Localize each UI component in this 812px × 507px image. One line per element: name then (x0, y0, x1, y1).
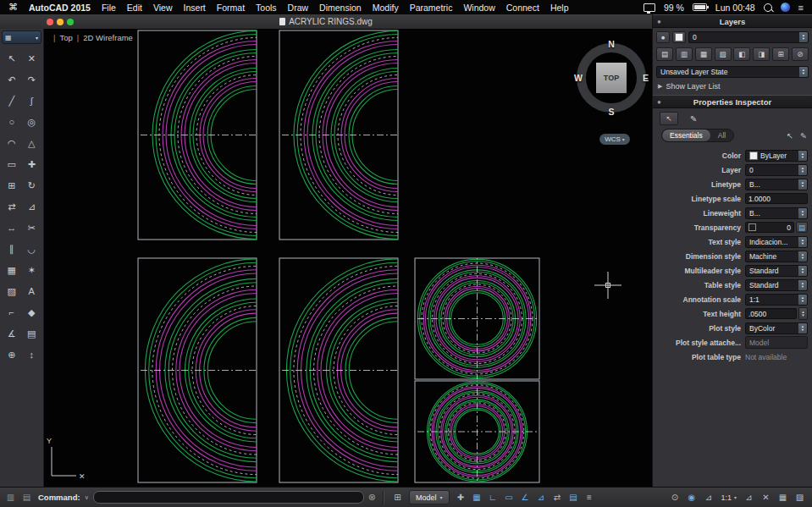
transparency-input[interactable]: 0 (745, 222, 794, 233)
tool-array-icon[interactable]: ▦ (3, 263, 20, 277)
eyedropper-icon[interactable]: ✎ (690, 114, 697, 124)
transparency-layer-button[interactable]: ▤ (796, 222, 808, 233)
tool-explode-icon[interactable]: ✶ (23, 263, 40, 277)
spotlight-search-icon[interactable] (764, 3, 772, 12)
tool-block-icon[interactable]: ◆ (23, 306, 40, 319)
tool-ellipse-icon[interactable]: ◎ (23, 115, 40, 129)
apple-menu-icon[interactable]: ⌘ (8, 2, 18, 13)
collapse-icon[interactable]: ● (657, 18, 661, 25)
menubar-clock[interactable]: Lun 00:48 (715, 3, 755, 13)
layer-status-icon[interactable]: ● (656, 31, 670, 43)
viewcube-top-face[interactable]: TOP (596, 63, 627, 93)
menu-item-parametric[interactable]: Parametric (410, 3, 453, 13)
annotation-monitor-icon[interactable]: ◉ (684, 491, 699, 504)
quick-select-icon[interactable]: ↖ (787, 131, 793, 141)
tool-zoom-icon[interactable]: ⊕ (3, 348, 20, 361)
viewport-view-control[interactable]: Top (59, 33, 72, 42)
lock-layer-icon[interactable]: ◨ (753, 47, 770, 61)
workspace-grid-icon[interactable]: ▦ (776, 491, 790, 504)
polar-tracking-icon[interactable]: ∠ (518, 491, 533, 504)
tool-fillet-icon[interactable]: ◡ (23, 242, 40, 256)
ortho-mode-icon[interactable]: ∟ (486, 491, 500, 504)
menu-item-format[interactable]: Format (217, 3, 245, 13)
tool-select-icon[interactable]: ↖ (3, 52, 20, 65)
menu-item-file[interactable]: File (102, 3, 116, 13)
menu-item-modify[interactable]: Modify (373, 3, 399, 13)
properties-inspector-header[interactable]: ● Properties Inspector (653, 95, 812, 108)
tool-rotate-icon[interactable]: ↻ (23, 179, 40, 192)
osnap-tracking-icon[interactable]: ⊿ (534, 491, 549, 504)
dynamic-ucs-icon[interactable]: ⇄ (550, 491, 565, 504)
tool-measure-icon[interactable]: ∡ (3, 327, 20, 340)
layer-color-swatch-button[interactable] (672, 31, 686, 43)
notification-center-icon[interactable]: ≡ (798, 3, 804, 13)
tool-arc-icon[interactable]: ◠ (3, 136, 20, 150)
tool-spline-icon[interactable]: ∫ (23, 94, 40, 107)
menu-item-connect[interactable]: Connect (506, 3, 539, 13)
color-dropdown[interactable]: ByLayer▴▾ (745, 150, 808, 162)
layer-properties-icon[interactable]: ▧ (715, 47, 732, 61)
pan-gesture-icon[interactable]: ✚ (454, 491, 468, 504)
battery-icon[interactable] (693, 3, 707, 11)
viewcube-south[interactable]: S (608, 107, 614, 117)
dynamic-input-icon[interactable]: ▤ (566, 491, 581, 504)
tool-hatch-icon[interactable]: ▨ (3, 284, 20, 298)
tool-trim-icon[interactable]: ✂ (23, 221, 40, 234)
show-layer-list[interactable]: ▶ Show Layer List (658, 82, 807, 91)
tab-all[interactable]: All (710, 130, 733, 141)
viewcube-east[interactable]: E (643, 73, 649, 83)
annotation-scale-value[interactable]: 1:1▾ (718, 493, 739, 502)
clear-command-icon[interactable]: ⊗ (368, 492, 376, 503)
object-snap-icon[interactable]: ▭ (502, 491, 516, 504)
tool-offset-icon[interactable]: ∥ (3, 242, 20, 256)
lineweight-display-icon[interactable]: ≡ (583, 491, 597, 504)
table-style-dropdown[interactable]: Standard▴▾ (745, 279, 808, 291)
new-layer-icon[interactable]: ▤ (656, 47, 673, 61)
no-selection-indicator[interactable]: ↖ (660, 112, 678, 125)
drawing-canvas[interactable]: Y✕ | Top | 2D Wireframe N S W E TOP WCS … (44, 29, 652, 487)
tab-essentials[interactable]: Essentials (662, 130, 710, 141)
tool-text-icon[interactable]: A (23, 284, 40, 298)
annotation-scale-dropdown[interactable]: 1:1▴▾ (745, 294, 808, 306)
tool-copy-icon[interactable]: ⊞ (3, 179, 20, 192)
menu-item-app[interactable]: AutoCAD 2015 (29, 3, 91, 13)
tool-erase-icon[interactable]: ✕ (23, 52, 40, 65)
hatch-preview-icon[interactable]: ▨ (793, 491, 807, 504)
viewcube-west[interactable]: W (574, 73, 583, 83)
tool-mirror-icon[interactable]: ⇄ (3, 200, 20, 213)
layer-settings-icon[interactable]: ⊘ (792, 47, 809, 61)
linetype-scale-input[interactable]: 1.0000 (745, 193, 808, 204)
linetype-dropdown[interactable]: B...▴▾ (745, 179, 808, 190)
menu-item-draw[interactable]: Draw (288, 3, 309, 13)
viewport-layout-icon[interactable]: ⊞ (390, 491, 405, 504)
collapse-icon[interactable]: ● (657, 98, 661, 106)
menu-item-edit[interactable]: Edit (127, 3, 142, 13)
layer-states-icon[interactable]: ▦ (695, 47, 712, 61)
tool-pan-icon[interactable]: ↕ (23, 348, 40, 361)
grid-display-icon[interactable]: ▦ (470, 491, 484, 504)
annotation-autoscale-icon[interactable]: ⊿ (742, 491, 756, 504)
text-height-input[interactable]: .0500 (745, 308, 797, 319)
dimension-style-dropdown[interactable]: Machine▴▾ (745, 251, 808, 262)
tool-set-selector[interactable]: ▦ ▾ (2, 30, 41, 44)
layer-dropdown[interactable]: 0▴▾ (745, 164, 808, 176)
text-style-dropdown[interactable]: Indicacion...▴▾ (745, 236, 808, 248)
layer-state-dropdown[interactable]: Unsaved Layer State ▴▾ (656, 66, 809, 78)
wcs-dropdown[interactable]: WCS ▾ (599, 134, 630, 145)
tool-table-icon[interactable]: ▤ (23, 327, 40, 340)
command-macro-icon[interactable]: ▤ (19, 491, 34, 504)
tool-scale-icon[interactable]: ⊿ (23, 200, 40, 213)
tool-polygon-icon[interactable]: △ (23, 136, 40, 150)
model-space-button[interactable]: Model ▾ (409, 490, 450, 504)
plot-style-dropdown[interactable]: ByColor▴▾ (745, 322, 808, 334)
menu-item-view[interactable]: View (153, 3, 173, 13)
viewcube[interactable]: N S W E TOP (572, 39, 650, 117)
layers-palette-header[interactable]: ● Layers (653, 14, 812, 28)
tool-dimension-icon[interactable]: ⌐ (3, 306, 20, 319)
annotation-visibility-icon[interactable]: ✕ (759, 491, 773, 504)
display-mirroring-icon[interactable] (644, 3, 655, 12)
object-isolate-icon[interactable]: ⊙ (667, 491, 682, 504)
chevron-down-icon[interactable]: ∨ (85, 494, 89, 501)
menu-item-dimension[interactable]: Dimension (319, 3, 362, 13)
current-layer-dropdown[interactable]: 0 ▴▾ (688, 31, 809, 43)
